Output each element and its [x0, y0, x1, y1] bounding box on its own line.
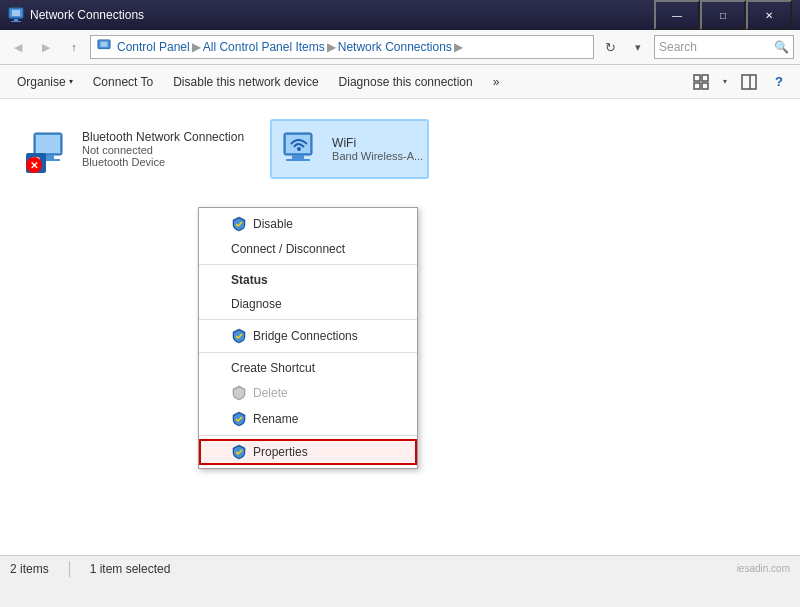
search-icon[interactable]: 🔍	[774, 40, 789, 54]
window-controls: — □ ✕	[654, 0, 792, 30]
more-button[interactable]: »	[484, 69, 509, 95]
bluetooth-item-status: Not connected	[82, 144, 244, 156]
breadcrumb-icon	[97, 39, 113, 55]
title-bar: Network Connections — □ ✕	[0, 0, 800, 30]
ctx-delete-label: Delete	[253, 386, 288, 400]
ctx-status-label: Status	[231, 273, 268, 287]
main-content: B ✕ Bluetooth Network Connection Not con…	[0, 99, 800, 581]
ctx-bridge[interactable]: Bridge Connections	[199, 323, 417, 349]
breadcrumb-all-items[interactable]: All Control Panel Items	[203, 40, 325, 54]
ctx-connect-label: Connect / Disconnect	[231, 242, 345, 256]
help-button[interactable]: ?	[766, 69, 792, 95]
back-button[interactable]: ◀	[6, 35, 30, 59]
svg-rect-7	[694, 75, 700, 81]
minimize-button[interactable]: —	[654, 0, 700, 30]
wifi-icon	[276, 125, 324, 173]
ctx-disable-label: Disable	[253, 217, 293, 231]
ctx-diagnose[interactable]: Diagnose	[199, 292, 417, 316]
bluetooth-icon-container: B ✕	[26, 125, 74, 173]
svg-rect-1	[12, 10, 20, 16]
ctx-rename-label: Rename	[253, 412, 298, 426]
watermark: iesadin.com	[737, 563, 790, 574]
status-separator	[69, 561, 70, 577]
svg-rect-14	[36, 135, 60, 153]
organise-button[interactable]: Organise ▾	[8, 69, 82, 95]
maximize-button[interactable]: □	[700, 0, 746, 30]
address-dropdown-button[interactable]: ▾	[626, 35, 650, 59]
svg-rect-11	[742, 75, 756, 89]
svg-rect-8	[702, 75, 708, 81]
preview-pane-button[interactable]	[736, 69, 762, 95]
search-input[interactable]	[659, 40, 774, 54]
ctx-bridge-label: Bridge Connections	[253, 329, 358, 343]
forward-button[interactable]: ▶	[34, 35, 58, 59]
svg-rect-21	[292, 155, 304, 159]
diagnose-button[interactable]: Diagnose this connection	[330, 69, 482, 95]
shield-icon-bridge	[231, 328, 247, 344]
ctx-status[interactable]: Status	[199, 268, 417, 292]
context-menu: Disable Connect / Disconnect Status Diag…	[198, 207, 418, 469]
toolbar-right: ▾ ?	[688, 69, 792, 95]
connect-to-button[interactable]: Connect To	[84, 69, 163, 95]
ctx-properties-label: Properties	[253, 445, 308, 459]
ctx-disable[interactable]: Disable	[199, 211, 417, 237]
breadcrumb-network-connections[interactable]: Network Connections	[338, 40, 452, 54]
view-dropdown-button[interactable]: ▾	[718, 69, 732, 95]
items-count: 2 items	[10, 562, 49, 576]
refresh-button[interactable]: ↻	[598, 35, 622, 59]
ctx-properties[interactable]: Properties	[199, 439, 417, 465]
wifi-item-status: Band Wireless-A...	[332, 150, 423, 162]
svg-rect-10	[702, 83, 708, 89]
wifi-item-name: WiFi	[332, 136, 423, 150]
up-button[interactable]: ↑	[62, 35, 86, 59]
ctx-sep-4	[199, 435, 417, 436]
shield-icon-delete	[231, 385, 247, 401]
svg-rect-3	[14, 19, 18, 21]
bluetooth-network-item[interactable]: B ✕ Bluetooth Network Connection Not con…	[20, 119, 250, 179]
wifi-network-item[interactable]: WiFi Band Wireless-A...	[270, 119, 429, 179]
svg-point-23	[297, 147, 301, 151]
search-box[interactable]: 🔍	[654, 35, 794, 59]
network-area: B ✕ Bluetooth Network Connection Not con…	[12, 111, 788, 187]
ctx-sep-3	[199, 352, 417, 353]
wifi-item-text: WiFi Band Wireless-A...	[332, 136, 423, 162]
ctx-diagnose-label: Diagnose	[231, 297, 282, 311]
window-icon	[8, 7, 24, 23]
error-badge: ✕	[26, 157, 42, 173]
breadcrumb: Control Panel ▶ All Control Panel Items …	[90, 35, 594, 59]
address-bar: ◀ ▶ ↑ Control Panel ▶ All Control Panel …	[0, 30, 800, 65]
svg-rect-6	[101, 42, 108, 47]
wifi-icon-container	[276, 125, 324, 173]
view-button[interactable]	[688, 69, 714, 95]
ctx-create-shortcut[interactable]: Create Shortcut	[199, 356, 417, 380]
close-button[interactable]: ✕	[746, 0, 792, 30]
shield-icon-rename	[231, 411, 247, 427]
toolbar: Organise ▾ Connect To Disable this netwo…	[0, 65, 800, 99]
bluetooth-item-type: Bluetooth Device	[82, 156, 244, 168]
svg-rect-4	[11, 21, 21, 22]
organise-chevron-icon: ▾	[69, 77, 73, 86]
shield-icon-disable	[231, 216, 247, 232]
ctx-connect[interactable]: Connect / Disconnect	[199, 237, 417, 261]
ctx-sep-2	[199, 319, 417, 320]
window-title: Network Connections	[30, 8, 654, 22]
breadcrumb-control-panel[interactable]: Control Panel	[117, 40, 190, 54]
svg-rect-22	[286, 159, 310, 161]
svg-rect-9	[694, 83, 700, 89]
ctx-create-shortcut-label: Create Shortcut	[231, 361, 315, 375]
bluetooth-item-text: Bluetooth Network Connection Not connect…	[82, 130, 244, 168]
ctx-delete[interactable]: Delete	[199, 380, 417, 406]
ctx-rename[interactable]: Rename	[199, 406, 417, 432]
ctx-sep-1	[199, 264, 417, 265]
bluetooth-item-name: Bluetooth Network Connection	[82, 130, 244, 144]
disable-button[interactable]: Disable this network device	[164, 69, 327, 95]
shield-icon-properties	[231, 444, 247, 460]
selected-count: 1 item selected	[90, 562, 171, 576]
status-bar: 2 items 1 item selected iesadin.com	[0, 555, 800, 581]
